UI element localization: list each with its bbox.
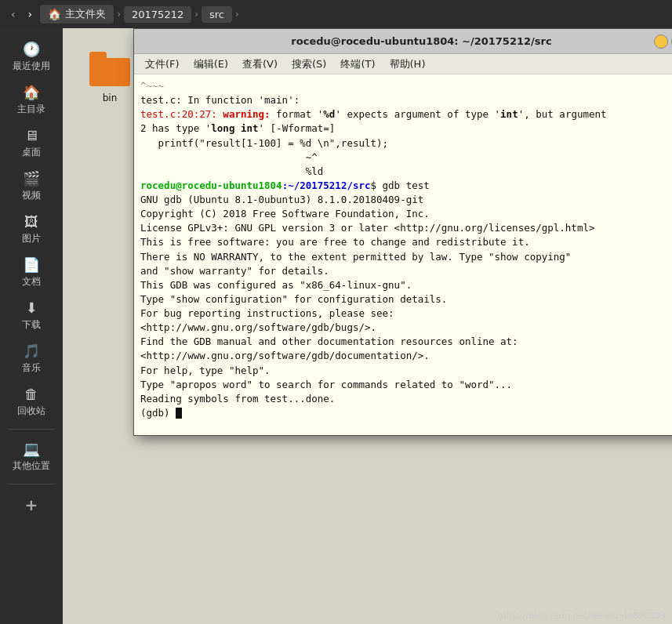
- line-bugreport: For bug reporting instructions, please s…: [140, 307, 672, 321]
- sidebar-label-pictures: 图片: [22, 232, 41, 245]
- breadcrumb-dir1-label: 20175212: [132, 9, 183, 20]
- line-function: test.c: In function 'main':: [140, 93, 672, 107]
- sidebar-item-trash[interactable]: 🗑 回收站: [3, 381, 60, 423]
- sidebar-item-music[interactable]: 🎵 音乐: [3, 338, 60, 379]
- line-help: For help, type "help".: [140, 364, 672, 378]
- home-icon: 🏠: [48, 8, 61, 20]
- line-configured: This GDB was configured as "x86_64-linux…: [140, 278, 672, 292]
- menu-view[interactable]: 查看(V): [236, 56, 284, 73]
- line-longint: 2 has type 'long int' [-Wformat=]: [140, 122, 672, 136]
- terminal-window: rocedu@rocedu-ubuntu1804: ~/20175212/src…: [133, 28, 672, 436]
- documents-icon: 📄: [23, 256, 40, 273]
- breadcrumb-dir1[interactable]: 20175212: [124, 6, 191, 23]
- sidebar-label-video: 视频: [22, 189, 41, 202]
- line-config: Type "show configuration" for configurat…: [140, 292, 672, 307]
- desktop-icon: 🖥: [24, 127, 38, 143]
- breadcrumb-sep-3: ›: [234, 9, 241, 20]
- home-sidebar-icon: 🏠: [23, 84, 40, 100]
- terminal-controls: ✕: [654, 34, 672, 49]
- sidebar-add-button[interactable]: +: [3, 491, 60, 519]
- sidebar-item-video[interactable]: 🎬 视频: [3, 165, 60, 207]
- file-label-bin: bin: [103, 93, 118, 103]
- line-pld: %ld: [140, 165, 672, 179]
- line-symbols: Reading symbols from test...done.: [140, 392, 672, 406]
- watermark: https://blog.csdn.net/weixin_44820333: [497, 611, 666, 621]
- sidebar-label-documents: 文档: [22, 275, 41, 288]
- sidebar-item-downloads[interactable]: ⬇ 下载: [3, 295, 60, 336]
- file-item-bin[interactable]: bin: [78, 44, 141, 108]
- downloads-icon: ⬇: [25, 299, 37, 316]
- menu-search[interactable]: 搜索(S): [285, 56, 332, 73]
- line-apropos: Type "apropos word" to search for comman…: [140, 378, 672, 392]
- breadcrumb-sep-2: ›: [193, 9, 200, 20]
- forward-button[interactable]: ›: [24, 5, 38, 24]
- breadcrumb: 🏠 主文件夹 › 20175212 › src ›: [40, 5, 241, 24]
- recent-icon: 🕐: [23, 41, 40, 57]
- file-manager: bin include: [63, 28, 672, 624]
- line-prompt: rocedu@rocedu-ubuntu1804:~/20175212/src$…: [140, 179, 672, 193]
- music-icon: 🎵: [23, 343, 40, 359]
- sidebar-divider-2: [8, 484, 55, 484]
- add-icon: +: [25, 495, 38, 514]
- main-layout: 🕐 最近使用 🏠 主目录 🖥 桌面 🎬 视频 🖼 图片 📄 文档 ⬇ 下载 🎵: [0, 28, 672, 624]
- sidebar-divider: [8, 429, 55, 430]
- line-gdb-prompt: (gdb): [140, 406, 672, 420]
- back-button[interactable]: ‹: [6, 5, 20, 24]
- menu-edit[interactable]: 编辑(E): [187, 56, 234, 73]
- sidebar-label-trash: 回收站: [17, 405, 45, 418]
- sidebar-item-desktop[interactable]: 🖥 桌面: [3, 122, 60, 164]
- terminal-body: ^~~~ test.c: In function 'main': test.c:…: [134, 74, 672, 435]
- line-caret1: ~^: [140, 151, 672, 165]
- menu-file[interactable]: 文件(F): [139, 56, 186, 73]
- sidebar: 🕐 最近使用 🏠 主目录 🖥 桌面 🎬 视频 🖼 图片 📄 文档 ⬇ 下载 🎵: [0, 28, 63, 624]
- sidebar-label-recent: 最近使用: [13, 60, 50, 73]
- sidebar-item-home[interactable]: 🏠 主目录: [3, 79, 60, 121]
- line-tilde: ^~~~: [140, 79, 672, 93]
- line-warning: test.c:20:27: warning: format '%d' expec…: [140, 107, 672, 122]
- line-docurl: <http://www.gnu.org/software/gdb/documen…: [140, 349, 672, 363]
- line-printf: printf("result[1-100] = %d \n",result);: [140, 136, 672, 151]
- pictures-icon: 🖼: [24, 213, 38, 230]
- sidebar-label-other: 其他位置: [13, 459, 50, 473]
- terminal-menubar: 文件(F) 编辑(E) 查看(V) 搜索(S) 终端(T) 帮助(H): [134, 54, 672, 74]
- sidebar-item-recent[interactable]: 🕐 最近使用: [3, 36, 60, 78]
- sidebar-label-downloads: 下载: [22, 318, 41, 332]
- line-copyright: Copyright (C) 2018 Free Software Foundat…: [140, 207, 672, 221]
- sidebar-label-music: 音乐: [22, 361, 41, 375]
- video-icon: 🎬: [23, 170, 40, 187]
- terminal-content[interactable]: ^~~~ test.c: In function 'main': test.c:…: [134, 74, 672, 435]
- breadcrumb-dir2-label: src: [209, 9, 224, 20]
- line-bugurl: <http://www.gnu.org/software/gdb/bugs/>.: [140, 321, 672, 335]
- breadcrumb-home[interactable]: 🏠 主文件夹: [40, 5, 114, 24]
- line-warranty2: and "show warranty" for details.: [140, 264, 672, 278]
- menu-terminal[interactable]: 终端(T): [334, 56, 381, 73]
- folder-icon-bin: [89, 49, 130, 89]
- sidebar-label-home: 主目录: [17, 103, 45, 116]
- other-icon: 💻: [23, 441, 40, 457]
- line-gdb-version: GNU gdb (Ubuntu 8.1-0ubuntu3) 8.1.0.2018…: [140, 193, 672, 207]
- menu-help[interactable]: 帮助(H): [383, 56, 432, 73]
- terminal-title: rocedu@rocedu-ubuntu1804: ~/20175212/src: [291, 35, 551, 47]
- line-warranty1: There is NO WARRANTY, to the extent perm…: [140, 250, 672, 264]
- line-license: License GPLv3+: GNU GPL version 3 or lat…: [140, 221, 672, 235]
- breadcrumb-sep-1: ›: [115, 9, 122, 20]
- trash-icon: 🗑: [24, 386, 38, 402]
- sidebar-label-desktop: 桌面: [22, 146, 41, 159]
- minimize-button[interactable]: [654, 34, 668, 49]
- sidebar-item-documents[interactable]: 📄 文档: [3, 252, 60, 293]
- topbar: ‹ › 🏠 主文件夹 › 20175212 › src ›: [0, 0, 672, 28]
- line-free: This is free software: you are free to c…: [140, 235, 672, 249]
- sidebar-item-pictures[interactable]: 🖼 图片: [3, 209, 60, 250]
- breadcrumb-home-label: 主文件夹: [65, 7, 106, 21]
- line-manual: Find the GDB manual and other documentat…: [140, 335, 672, 349]
- breadcrumb-dir2[interactable]: src: [202, 6, 232, 23]
- terminal-titlebar: rocedu@rocedu-ubuntu1804: ~/20175212/src…: [134, 29, 672, 54]
- sidebar-item-other[interactable]: 💻 其他位置: [3, 436, 60, 477]
